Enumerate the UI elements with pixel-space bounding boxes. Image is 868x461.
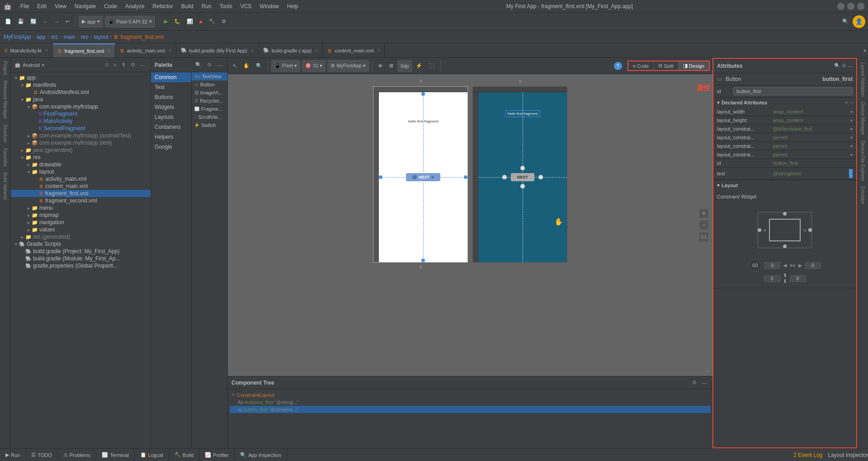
tree-item-menu[interactable]: ▸ 📁 menu bbox=[11, 204, 151, 212]
tab-close-mainactivity[interactable]: × bbox=[45, 48, 48, 53]
comp-item-constraintlayout[interactable]: ⤷ ConstraintLayout bbox=[230, 391, 711, 399]
project-panel-collapse[interactable]: ≡ bbox=[112, 61, 118, 69]
palette-item-switch[interactable]: ⚡ Switch bbox=[192, 121, 227, 129]
toolbar-undo-button[interactable]: ↩ bbox=[63, 17, 72, 26]
margin-left-arrow[interactable]: ◀ bbox=[783, 263, 787, 268]
canvas-phone-2[interactable]: Hello first fragment NEXT bbox=[472, 86, 567, 263]
sidebar-resource-icon[interactable]: Resource Manager bbox=[1, 79, 9, 120]
menu-help[interactable]: Help bbox=[283, 2, 302, 10]
attr-declared-remove[interactable]: − bbox=[849, 99, 853, 106]
breadcrumb-layout[interactable]: layout bbox=[94, 34, 108, 40]
run-button[interactable]: ▶ bbox=[162, 17, 170, 26]
palette-item-recyclerview[interactable]: ☰ Recycler... bbox=[192, 97, 227, 105]
breadcrumb-res[interactable]: res bbox=[81, 34, 89, 40]
tab-close-build-gradle-app[interactable]: × bbox=[315, 48, 318, 53]
view-mode-design[interactable]: ◨ Design bbox=[678, 61, 709, 70]
bottom-tab-todo[interactable]: ☰ TODO bbox=[26, 449, 58, 461]
tab-content-main[interactable]: 🗎 content_main.xml × bbox=[323, 43, 385, 57]
tree-item-build-gradle-project[interactable]: 🐘 build.gradle (Project: My_First_App) bbox=[11, 248, 151, 255]
palette-cat-helpers[interactable]: Helpers bbox=[151, 132, 191, 142]
canvas-select-tool[interactable]: ↖ bbox=[231, 61, 239, 70]
tab-activity-main[interactable]: 🗎 activity_main.xml × bbox=[115, 43, 176, 57]
tree-item-java[interactable]: ▾ 📁 java bbox=[11, 96, 151, 103]
attr-layout-header[interactable]: ▾ Layout bbox=[713, 180, 856, 190]
minimize-button[interactable]: — bbox=[837, 3, 844, 10]
tab-close-content-main[interactable]: × bbox=[377, 48, 380, 53]
tree-item-pkg-androidtest[interactable]: ▸ 📦 com.example.myfirstapp (androidTest) bbox=[11, 132, 151, 139]
attr-dropdown-layout-constrai-4[interactable]: ▾ bbox=[850, 152, 853, 157]
tree-item-build-gradle-module[interactable]: 🐘 build.gradle (Module: My_First_Ap... bbox=[11, 255, 151, 262]
tab-close-build-gradle-project[interactable]: × bbox=[251, 48, 254, 53]
tree-item-res-generated[interactable]: ▸ 📁 res (generated) bbox=[11, 233, 151, 240]
attr-declared-header[interactable]: ▾ Declared Attributes + − bbox=[713, 98, 856, 108]
canvas-next-button-2[interactable]: NEXT bbox=[511, 173, 534, 181]
canvas-align-button[interactable]: ⬛ bbox=[426, 61, 437, 70]
api-selector[interactable]: 🎯 31 ▾ bbox=[302, 60, 326, 72]
breadcrumb-file[interactable]: 🗎 fragment_first.xml bbox=[113, 34, 163, 40]
palette-cat-widgets[interactable]: Widgets bbox=[151, 102, 191, 112]
palette-close-button[interactable]: — bbox=[215, 61, 224, 69]
tree-item-drawable[interactable]: ▸ 📁 drawable bbox=[11, 161, 151, 168]
bottom-tab-problems[interactable]: ⚠ Problems bbox=[58, 449, 96, 461]
project-panel-settings[interactable]: ⚙ bbox=[129, 61, 137, 69]
stop-button[interactable]: ■ bbox=[197, 18, 205, 26]
tree-item-fragment-first-xml[interactable]: 🗎 fragment_first.xml bbox=[11, 190, 151, 197]
tab-close-fragment-first[interactable]: × bbox=[108, 48, 110, 53]
attr-close-button[interactable]: — bbox=[848, 63, 853, 69]
menu-view[interactable]: View bbox=[51, 2, 70, 10]
palette-cat-containers[interactable]: Containers bbox=[151, 122, 191, 132]
maximize-button[interactable]: □ bbox=[847, 3, 854, 10]
tree-item-values[interactable]: ▸ 📁 values bbox=[11, 226, 151, 233]
zoom-input[interactable]: 0dp bbox=[397, 60, 412, 72]
attr-id-input[interactable] bbox=[733, 87, 853, 95]
layout-inspector-link[interactable]: Layout Inspector bbox=[828, 452, 868, 458]
palette-item-textview[interactable]: Ab TextView bbox=[192, 72, 227, 80]
tree-item-gradle-properties[interactable]: 🐘 gradle.properties (Global Properti... bbox=[11, 262, 151, 269]
sidebar-project-icon[interactable]: Project bbox=[1, 60, 9, 76]
tree-item-manifests[interactable]: ▾ 📁 manifests bbox=[11, 81, 151, 89]
project-panel-minimize[interactable]: — bbox=[138, 61, 147, 69]
project-panel-dropdown[interactable]: ▾ bbox=[42, 62, 44, 68]
menu-refactor[interactable]: Refactor bbox=[149, 2, 177, 10]
tree-item-content-main-xml[interactable]: 🗎 content_main.xml bbox=[11, 183, 151, 190]
tree-item-androidmanifest[interactable]: 🗎 AndroidManifest.xml bbox=[11, 89, 151, 96]
canvas-zoom-tool[interactable]: 🔍 bbox=[254, 61, 264, 70]
menu-code[interactable]: Code bbox=[100, 2, 121, 10]
sidebar-favorites-icon[interactable]: Favorites bbox=[1, 147, 9, 168]
margin-top-input[interactable] bbox=[764, 275, 780, 282]
view-mode-split[interactable]: ⊟ Split bbox=[653, 61, 678, 70]
search-button[interactable]: 🔍 bbox=[840, 17, 851, 26]
tree-item-layout[interactable]: ▾ 📁 layout bbox=[11, 168, 151, 175]
bottom-tab-app-inspection[interactable]: 🔍 App Inspection bbox=[235, 449, 287, 461]
menu-vcs[interactable]: VCS bbox=[237, 2, 255, 10]
palette-cat-google[interactable]: Google bbox=[151, 142, 191, 152]
menu-edit[interactable]: Edit bbox=[33, 2, 50, 10]
canvas-hand-cursor-2[interactable]: ✋ bbox=[554, 217, 563, 226]
sidebar-build-variants-icon[interactable]: Build Variants bbox=[1, 171, 9, 201]
toolbar-new-button[interactable]: 📄 bbox=[3, 17, 14, 26]
margin-bottom-input[interactable] bbox=[790, 275, 806, 282]
palette-item-imageview[interactable]: 🖼 ImageVi... bbox=[192, 89, 227, 97]
margin-right-input[interactable] bbox=[805, 262, 821, 269]
palette-item-fragment[interactable]: ⬜ Fragme... bbox=[192, 105, 227, 113]
palette-cat-layouts[interactable]: Layouts bbox=[151, 112, 191, 122]
bottom-tab-profiler[interactable]: 📈 Profiler bbox=[199, 449, 235, 461]
bottom-tab-run[interactable]: ▶ Run bbox=[0, 449, 26, 461]
tab-close-activity-main[interactable]: × bbox=[169, 48, 171, 53]
view-mode-code[interactable]: ≡ Code bbox=[628, 61, 654, 70]
breadcrumb-main[interactable]: main bbox=[64, 34, 75, 40]
rv-tab-layout-validation[interactable]: Layout Validation bbox=[859, 60, 866, 99]
canvas-layout-button[interactable]: ⊞ bbox=[387, 61, 396, 70]
tree-item-secondfragment[interactable]: K SecondFragment bbox=[11, 125, 151, 132]
palette-settings-button[interactable]: ⚙ bbox=[205, 61, 213, 69]
attr-dropdown-layout-width[interactable]: ▾ bbox=[850, 109, 853, 114]
sidebar-structure-icon[interactable]: Structure bbox=[1, 123, 9, 144]
menu-build[interactable]: Build bbox=[178, 2, 197, 10]
attr-search-button[interactable]: 🔍 bbox=[834, 63, 840, 69]
tree-item-gradle-scripts[interactable]: ▾ 🐘 Gradle Scripts bbox=[11, 240, 151, 248]
attr-declared-add[interactable]: + bbox=[845, 99, 848, 106]
rv-tab-device-file-explorer[interactable]: Device File Explorer bbox=[859, 138, 866, 183]
attr-settings-button[interactable]: ⚙ bbox=[842, 63, 846, 69]
tree-item-firstfragment[interactable]: K FirstFragment bbox=[11, 110, 151, 118]
tree-item-navigation[interactable]: ▸ 📁 navigation bbox=[11, 219, 151, 226]
